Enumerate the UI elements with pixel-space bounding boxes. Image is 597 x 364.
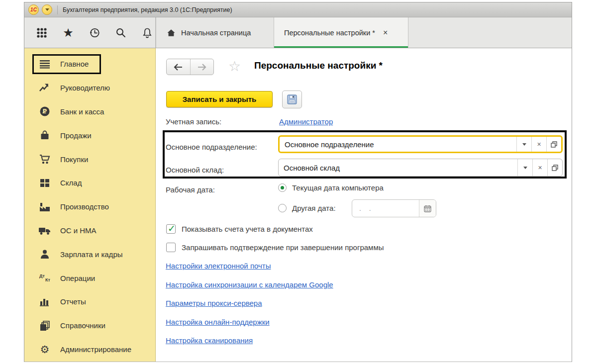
app-body: Главное Руководителю Р [24,48,572,362]
person-icon [38,249,51,259]
chevron-down-icon [523,167,527,169]
tab-close-icon[interactable]: × [383,28,388,37]
account-link[interactable]: Администратор [279,117,333,126]
checkbox-confirm-exit-label: Запрашивать подтверждение при завершении… [182,243,384,252]
clear-x-icon: × [537,140,541,148]
clear-button[interactable]: × [532,159,547,176]
radio-other-date[interactable]: Другая дата: [278,204,336,212]
warehouse-blocks-icon [38,178,51,188]
tab-home-label: Начальная страница [181,29,251,37]
sidebar-item-production[interactable]: Производство [24,195,155,219]
1c-logo-text: 1С [30,7,37,12]
calendar-button[interactable] [419,200,436,217]
radio-other-date-label: Другая дата: [292,204,336,212]
shopping-bag-icon [38,130,51,141]
department-label: Основное подразделение: [166,143,257,151]
sidebar-item-manager[interactable]: Руководителю [24,76,155,100]
sidebar-item-directories[interactable]: Справочники [24,314,155,338]
sidebar-item-bank-cash[interactable]: Р Банк и касса [24,100,155,124]
notifications-bell-icon[interactable] [141,26,154,39]
sidebar-item-label: Покупки [60,155,88,164]
forward-button[interactable] [191,59,214,75]
toolbar: ★ [24,17,156,48]
truck-icon [38,225,51,235]
history-icon[interactable] [88,26,101,39]
account-label: Учетная запись: [166,117,221,126]
favorite-star-icon[interactable]: ☆ [228,58,241,75]
radio-unselected-icon [278,204,287,212]
sidebar-item-payroll-hr[interactable]: Зарплата и кадры [24,242,155,266]
sidebar-item-main[interactable]: Главное [24,52,155,76]
tab-bar: Начальная страница Персональные настройк… [156,17,572,48]
tab-personal-settings[interactable]: Персональные настройки * × [274,17,408,48]
top-panel: ★ [24,17,572,48]
sidebar-item-label: Справочники [60,321,105,330]
sidebar-item-label: Производство [60,202,109,211]
save-button[interactable] [282,91,302,108]
page-title: Персональные настройки * [254,60,383,71]
sidebar: Главное Руководителю Р [24,48,156,362]
radio-current-date-label: Текущая дата компьютера [292,183,384,192]
sidebar-item-label: Руководителю [60,84,110,92]
sidebar-item-administration[interactable]: ⚙ Администрирование [24,338,155,362]
chevron-down-icon [522,143,526,146]
calendar-icon [424,205,431,212]
back-button[interactable] [167,59,191,75]
other-date-input[interactable]: . . [352,199,436,217]
sidebar-item-sales[interactable]: Продажи [24,123,155,147]
sidebar-item-reports[interactable]: Отчеты [24,290,155,314]
sidebar-item-operations[interactable]: ДтКт Операции [24,266,155,290]
bar-chart-icon [38,297,51,307]
sidebar-item-label: Зарплата и кадры [60,250,123,259]
menu-grid-icon[interactable] [35,26,48,39]
dropdown-button[interactable] [517,159,532,176]
open-button[interactable] [547,159,562,176]
main-content: ☆ Персональные настройки * Записать и за… [156,48,572,362]
floppy-icon [287,94,298,105]
system-menu-button[interactable] [42,4,52,15]
warehouse-input[interactable]: Основной склад × [278,159,563,177]
stacked-books-icon [38,320,51,331]
sidebar-item-label: ОС и НМА [60,226,97,235]
sidebar-item-label: Администрирование [60,345,131,354]
checkbox-confirm-exit[interactable]: Запрашивать подтверждение при завершении… [166,243,384,252]
home-icon [166,28,176,38]
link-email-settings[interactable]: Настройки электронной почты [166,262,271,270]
department-input[interactable]: Основное подразделение × [278,135,563,153]
open-button[interactable] [546,137,561,152]
link-scan-settings[interactable]: Настройка сканирования [166,336,253,345]
1c-logo: 1С [28,4,39,15]
warehouse-label: Основной склад: [166,166,224,174]
sidebar-item-purchases[interactable]: Покупки [24,147,155,171]
clear-button[interactable]: × [531,137,546,152]
window-title: Бухгалтерия предприятия, редакция 3.0 (1… [63,6,232,13]
checkbox-show-accounts[interactable]: Показывать счета учета в документах [166,224,313,234]
sidebar-item-label: Продажи [60,131,92,140]
open-icon [551,141,557,148]
open-icon [552,165,558,171]
favorites-star-icon[interactable]: ★ [62,26,75,39]
dropdown-button[interactable] [516,137,531,152]
main-menu-icon [38,60,51,69]
link-google-calendar-sync[interactable]: Настройка синхронизации с календарем Goo… [166,280,333,289]
titlebar-divider [57,5,58,14]
gear-icon: ⚙ [38,344,51,355]
checkbox-show-accounts-label: Показывать счета учета в документах [182,225,313,233]
shopping-cart-icon [38,154,51,165]
tab-active-label: Персональные настройки * [284,29,375,37]
sidebar-item-label: Операции [60,274,95,282]
checkbox-unchecked-icon [166,243,176,252]
link-proxy-settings[interactable]: Параметры прокси-сервера [166,299,262,307]
date-placeholder: . . [352,200,419,217]
working-date-label: Рабочая дата: [166,185,215,194]
title-bar: 1С Бухгалтерия предприятия, редакция 3.0… [24,2,572,17]
save-and-close-button[interactable]: Записать и закрыть [166,91,273,107]
ruble-circle-icon: Р [38,106,51,117]
search-icon[interactable] [114,26,127,39]
link-online-support[interactable]: Настройка онлайн-поддержки [166,318,270,326]
sidebar-item-warehouse[interactable]: Склад [24,171,155,195]
radio-current-date[interactable]: Текущая дата компьютера [278,183,384,192]
tab-home-page[interactable]: Начальная страница [156,17,274,48]
screenshot-root: 1С Бухгалтерия предприятия, редакция 3.0… [0,0,597,364]
sidebar-item-fixed-assets[interactable]: ОС и НМА [24,219,155,243]
